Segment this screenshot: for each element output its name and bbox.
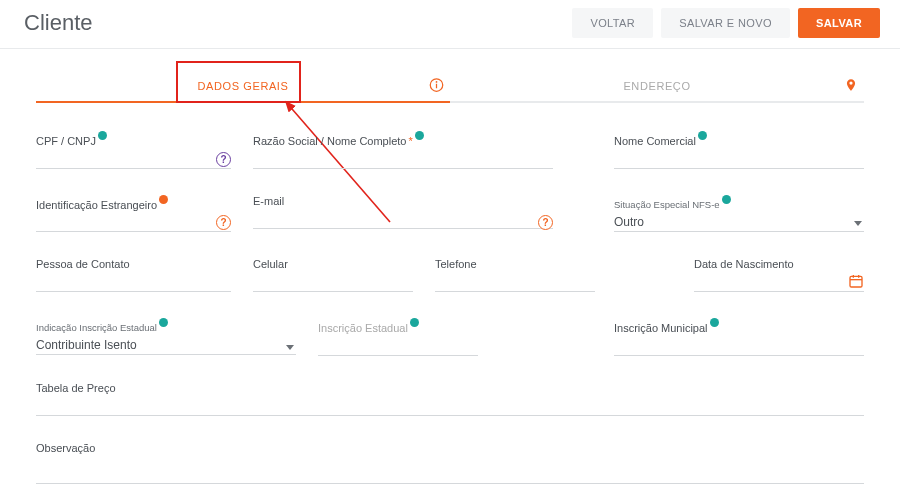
svg-point-2 bbox=[436, 81, 438, 83]
field-label: Data de Nascimento bbox=[694, 258, 864, 270]
field-input[interactable] bbox=[36, 214, 231, 232]
field-label: Tabela de Preço bbox=[36, 382, 864, 394]
celular-field[interactable]: Celular bbox=[253, 258, 413, 292]
field-input[interactable] bbox=[253, 151, 553, 169]
row-1: CPF / CNPJ ? Razão Social / Nome Complet… bbox=[36, 131, 864, 169]
select-value[interactable]: Contribuinte Isento bbox=[36, 337, 296, 355]
calendar-icon[interactable] bbox=[848, 273, 864, 292]
razao-social-field[interactable]: Razão Social / Nome Completo* bbox=[253, 131, 553, 169]
indicacao-ie-select[interactable]: Indicação Inscrição Estadual Contribuint… bbox=[36, 318, 296, 356]
telefone-field[interactable]: Telefone bbox=[435, 258, 595, 292]
page-header: Cliente VOLTAR SALVAR E NOVO SALVAR bbox=[0, 0, 900, 48]
salvar-button[interactable]: SALVAR bbox=[798, 8, 880, 38]
tab-endereco[interactable]: ENDEREÇO bbox=[450, 71, 864, 103]
svg-rect-4 bbox=[850, 277, 862, 288]
data-nascimento-field[interactable]: Data de Nascimento bbox=[694, 258, 864, 292]
field-input[interactable] bbox=[318, 338, 478, 356]
help-dot-icon bbox=[98, 131, 107, 140]
row-4: Indicação Inscrição Estadual Contribuint… bbox=[36, 318, 864, 356]
field-label: Situação Especial NFS-e bbox=[614, 195, 864, 210]
field-label: Celular bbox=[253, 258, 413, 270]
inscricao-municipal-field[interactable]: Inscrição Municipal bbox=[614, 318, 864, 356]
help-dot-icon bbox=[410, 318, 419, 327]
field-input[interactable] bbox=[36, 274, 231, 292]
header-actions: VOLTAR SALVAR E NOVO SALVAR bbox=[572, 8, 880, 38]
help-dot-icon bbox=[415, 131, 424, 140]
pessoa-contato-field[interactable]: Pessoa de Contato bbox=[36, 258, 231, 292]
voltar-button[interactable]: VOLTAR bbox=[572, 8, 653, 38]
form-dados-gerais: CPF / CNPJ ? Razão Social / Nome Complet… bbox=[0, 131, 900, 502]
field-label: Inscrição Estadual bbox=[318, 318, 478, 334]
help-dot-icon bbox=[710, 318, 719, 327]
field-input[interactable] bbox=[614, 151, 864, 169]
location-pin-icon bbox=[844, 77, 858, 95]
tab-label: DADOS GERAIS bbox=[36, 80, 450, 92]
field-input[interactable] bbox=[253, 274, 413, 292]
field-input[interactable] bbox=[36, 151, 231, 169]
field-label: Inscrição Municipal bbox=[614, 318, 864, 334]
nome-comercial-field[interactable]: Nome Comercial bbox=[614, 131, 864, 169]
field-label: Razão Social / Nome Completo* bbox=[253, 131, 553, 147]
row-6: Observação bbox=[36, 442, 864, 484]
select-value[interactable]: Outro bbox=[614, 214, 864, 232]
tabela-preco-field[interactable]: Tabela de Preço bbox=[36, 382, 864, 416]
field-input[interactable] bbox=[36, 458, 864, 484]
header-divider bbox=[0, 48, 900, 49]
tab-dados-gerais[interactable]: DADOS GERAIS bbox=[36, 71, 450, 103]
field-input[interactable] bbox=[435, 274, 595, 292]
field-label: Indicação Inscrição Estadual bbox=[36, 318, 296, 333]
field-input[interactable] bbox=[253, 211, 553, 229]
row-5: Tabela de Preço bbox=[36, 382, 864, 416]
field-input[interactable] bbox=[36, 398, 864, 416]
field-input[interactable] bbox=[614, 338, 864, 356]
tab-label: ENDEREÇO bbox=[450, 80, 864, 92]
field-label: Telefone bbox=[435, 258, 595, 270]
field-label: Nome Comercial bbox=[614, 131, 864, 147]
cpf-cnpj-field[interactable]: CPF / CNPJ ? bbox=[36, 131, 231, 169]
inscricao-estadual-field[interactable]: Inscrição Estadual bbox=[318, 318, 478, 356]
situacao-nfse-select[interactable]: Situação Especial NFS-e Outro bbox=[614, 195, 864, 233]
tabs: DADOS GERAIS ENDEREÇO bbox=[36, 71, 864, 103]
field-label: Identificação Estrangeiro bbox=[36, 195, 231, 211]
help-dot-icon bbox=[722, 195, 731, 204]
page-title: Cliente bbox=[24, 10, 92, 36]
row-2: Identificação Estrangeiro ? E-mail ? Sit… bbox=[36, 195, 864, 233]
row-3: Pessoa de Contato Celular Telefone Data … bbox=[36, 258, 864, 292]
field-input[interactable] bbox=[694, 274, 864, 292]
observacao-field[interactable]: Observação bbox=[36, 442, 864, 484]
salvar-e-novo-button[interactable]: SALVAR E NOVO bbox=[661, 8, 790, 38]
field-label: E-mail bbox=[253, 195, 553, 207]
id-estrangeiro-field[interactable]: Identificação Estrangeiro ? bbox=[36, 195, 231, 233]
field-label: CPF / CNPJ bbox=[36, 131, 231, 147]
field-label: Observação bbox=[36, 442, 864, 454]
help-dot-icon bbox=[159, 318, 168, 327]
help-dot-icon bbox=[698, 131, 707, 140]
required-star-icon: * bbox=[408, 135, 412, 147]
help-icon[interactable]: ? bbox=[216, 152, 231, 167]
help-dot-icon bbox=[159, 195, 168, 204]
field-label: Pessoa de Contato bbox=[36, 258, 231, 270]
email-field[interactable]: E-mail ? bbox=[253, 195, 553, 233]
info-icon bbox=[429, 78, 444, 95]
